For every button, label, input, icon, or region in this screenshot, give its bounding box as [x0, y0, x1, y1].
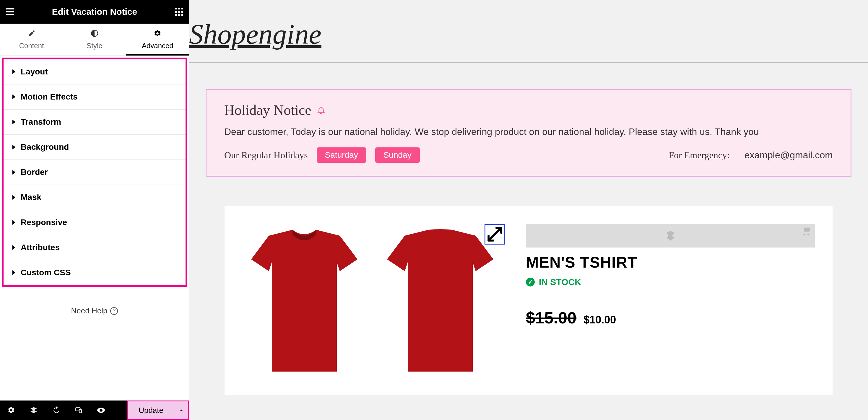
- caret-right-icon: [12, 270, 16, 275]
- emergency-email: example@gmail.com: [745, 150, 833, 161]
- product-gallery: [242, 224, 502, 378]
- holiday-day-saturday[interactable]: Saturday: [317, 148, 366, 163]
- product-card: MEN'S TSHIRT ✓ IN STOCK $15.00 $10.00: [224, 206, 833, 395]
- responsive-icon[interactable]: [67, 400, 90, 420]
- section-border[interactable]: Border: [4, 160, 186, 185]
- menu-icon[interactable]: [6, 8, 14, 15]
- update-area-highlight: Update: [127, 400, 189, 420]
- tab-advanced[interactable]: Advanced: [126, 24, 189, 56]
- advanced-sections-highlight: Layout Motion Effects Transform Backgrou…: [2, 58, 187, 287]
- product-price: $15.00 $10.00: [526, 308, 815, 327]
- settings-icon[interactable]: [0, 400, 23, 420]
- site-logo[interactable]: Shopengine: [189, 0, 868, 62]
- caret-right-icon: [12, 220, 16, 225]
- notice-title: Holiday Notice: [224, 102, 311, 118]
- section-attributes[interactable]: Attributes: [4, 235, 186, 260]
- section-responsive[interactable]: Responsive: [4, 210, 186, 235]
- caret-right-icon: [12, 95, 16, 99]
- section-layout[interactable]: Layout: [4, 59, 186, 85]
- product-title: MEN'S TSHIRT: [526, 253, 815, 271]
- stock-status: ✓ IN STOCK: [526, 277, 815, 287]
- update-button[interactable]: Update: [128, 406, 174, 415]
- section-background[interactable]: Background: [4, 135, 186, 160]
- tab-content[interactable]: Content: [0, 24, 63, 56]
- pencil-icon: [0, 30, 63, 39]
- editor-sidebar: Edit Vacation Notice Content Style: [0, 0, 189, 420]
- divider: [189, 62, 868, 63]
- caret-right-icon: [12, 195, 16, 200]
- caret-right-icon: [12, 245, 16, 250]
- notice-message: Dear customer, Today is our national hol…: [224, 126, 833, 137]
- product-details: MEN'S TSHIRT ✓ IN STOCK $15.00 $10.00: [526, 224, 815, 378]
- update-options-button[interactable]: [174, 401, 188, 419]
- section-transform[interactable]: Transform: [4, 109, 186, 135]
- caret-right-icon: [12, 120, 16, 124]
- editor-tabs: Content Style Advanced: [0, 24, 189, 56]
- holiday-day-sunday[interactable]: Sunday: [375, 148, 420, 163]
- contrast-icon: [63, 30, 126, 39]
- cart-icon: [800, 226, 812, 237]
- navigator-icon[interactable]: [23, 400, 45, 420]
- regular-holidays-label: Our Regular Holidays: [224, 150, 308, 161]
- tab-style[interactable]: Style: [63, 24, 126, 56]
- bottom-toolbar: Update: [0, 400, 189, 420]
- sidebar-header: Edit Vacation Notice: [0, 0, 189, 24]
- widget-placeholder[interactable]: [526, 224, 815, 248]
- preview-icon[interactable]: [90, 400, 112, 420]
- sidebar-title: Edit Vacation Notice: [14, 7, 175, 17]
- caret-right-icon: [12, 170, 16, 174]
- help-icon: ?: [110, 307, 118, 315]
- apps-grid-icon[interactable]: [175, 8, 183, 16]
- bell-icon: [317, 106, 326, 115]
- section-motion-effects[interactable]: Motion Effects: [4, 85, 186, 109]
- new-price: $10.00: [584, 314, 616, 326]
- old-price: $15.00: [526, 308, 577, 327]
- divider: [526, 296, 815, 296]
- section-mask[interactable]: Mask: [4, 185, 186, 210]
- check-circle-icon: ✓: [526, 278, 535, 287]
- caret-right-icon: [12, 69, 16, 74]
- history-icon[interactable]: [45, 400, 67, 420]
- gear-icon: [126, 30, 189, 39]
- section-custom-css[interactable]: Custom CSS: [4, 260, 186, 285]
- expand-image-button[interactable]: [485, 224, 505, 245]
- product-image-back[interactable]: [378, 224, 502, 378]
- need-help-link[interactable]: Need Help ?: [0, 289, 189, 321]
- holiday-notice-widget[interactable]: Holiday Notice Dear customer, Today is o…: [206, 89, 851, 176]
- product-image-front[interactable]: [242, 224, 366, 378]
- svg-rect-2: [79, 410, 82, 413]
- editor-canvas: Shopengine Holiday Notice Dear customer,…: [189, 0, 868, 420]
- caret-right-icon: [12, 145, 16, 150]
- emergency-label: For Emergency:: [669, 150, 730, 161]
